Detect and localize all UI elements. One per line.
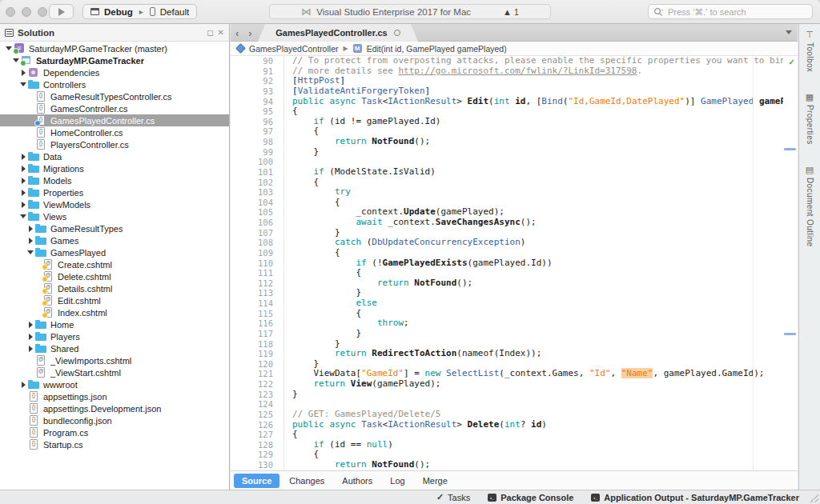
tree-item[interactable]: Dependencies (0, 66, 229, 78)
tree-item[interactable]: wwwroot (0, 378, 229, 390)
expander-right-icon[interactable] (26, 322, 35, 328)
tree-item[interactable]: PlayersController.cs (0, 138, 229, 150)
folder-icon (35, 223, 47, 234)
tree-item-label: Games (50, 236, 78, 246)
tree-item[interactable]: Home (0, 318, 229, 330)
expander-right-icon[interactable] (26, 346, 35, 352)
tree-item-label: Details.cshtml (58, 284, 112, 294)
resize-grip[interactable] (810, 494, 818, 502)
code-health-check-icon[interactable]: ✓ (789, 58, 795, 66)
tab-modified-indicator[interactable] (394, 30, 400, 36)
tree-item[interactable]: Models (0, 174, 229, 186)
expander-right-icon[interactable] (26, 226, 35, 232)
tree-item[interactable]: Program.cs (0, 426, 229, 438)
expander-right-icon[interactable] (18, 166, 28, 172)
navigate-back-icon[interactable]: ‹ (235, 27, 239, 39)
expander-right-icon[interactable] (18, 202, 28, 208)
tree-item[interactable]: appsettings.Development.json (0, 402, 229, 414)
code-area[interactable]: // To protect from overposting attacks, … (284, 56, 783, 470)
tab-properties[interactable]: ▦ Properties (806, 93, 814, 145)
cs-icon (35, 103, 47, 114)
expander-down-icon[interactable] (26, 250, 35, 254)
tab-authors[interactable]: Authors (334, 474, 380, 488)
tree-item[interactable]: bundleconfig.json (0, 414, 229, 426)
line-number: 90 (231, 56, 283, 66)
tree-item[interactable]: GamesPlayed (0, 246, 229, 258)
tree-item[interactable]: Views (0, 210, 229, 222)
scrollbar-marker (784, 148, 796, 150)
tree-item[interactable]: Startup.cs (0, 438, 229, 450)
application-output-button[interactable]: ›_ Application Output - SaturdayMP.GameT… (591, 493, 799, 502)
razor-icon (42, 295, 54, 306)
tab-gamesplayedcontroller[interactable]: GamesPlayedController.cs (258, 24, 418, 42)
tree-item[interactable]: Controllers (0, 78, 229, 90)
tree-item[interactable]: Players (0, 330, 229, 342)
tab-changes[interactable]: Changes (281, 474, 332, 488)
minimize-button[interactable] (22, 7, 31, 17)
column-ruler (753, 56, 754, 470)
global-search[interactable] (648, 4, 813, 19)
tab-list-dropdown-icon[interactable] (786, 30, 792, 34)
warning-badge[interactable]: ▲ 1 (503, 7, 519, 17)
tree-item-label: GamesController.cs (50, 104, 128, 114)
folder-icon (28, 175, 40, 186)
tree-item[interactable]: Properties (0, 186, 229, 198)
expander-right-icon[interactable] (18, 70, 28, 76)
expander-right-icon[interactable] (26, 334, 35, 340)
tree-item[interactable]: GamesController.cs (0, 102, 229, 114)
package-console-button[interactable]: ›_ Package Console (488, 493, 573, 502)
dock-icon[interactable]: ◻ (207, 29, 213, 37)
expander-down-icon[interactable] (18, 214, 28, 218)
tree-item[interactable]: GamesPlayedController.cs (0, 114, 229, 126)
cs-icon (28, 427, 40, 438)
close-panel-icon[interactable]: ✕ (218, 29, 224, 37)
tree-item[interactable]: Delete.cshtml (0, 270, 229, 282)
breadcrumb-separator-icon: ▶ (343, 45, 348, 52)
tab-merge[interactable]: Merge (415, 474, 456, 488)
toolbox-icon: ⊤ (806, 30, 814, 39)
close-button[interactable] (6, 7, 15, 17)
configuration-selector[interactable]: Debug ▸ Default (82, 4, 197, 19)
line-number: 110 (231, 258, 283, 269)
navigate-forward-icon[interactable]: › (248, 27, 251, 39)
tree-item[interactable]: ViewModels (0, 198, 229, 210)
tab-log[interactable]: Log (382, 474, 412, 488)
tasks-button[interactable]: ✓ Tasks (436, 492, 470, 502)
debug-config-label[interactable]: Debug (104, 7, 133, 17)
expander-right-icon[interactable] (26, 238, 35, 244)
tree-item[interactable]: Edit.cshtml (0, 294, 229, 306)
tab-source[interactable]: Source (234, 474, 279, 488)
tree-item[interactable]: Data (0, 150, 229, 162)
expander-right-icon[interactable] (18, 190, 28, 196)
tab-toolbox[interactable]: ⊤ Toolbox (806, 30, 814, 72)
tree-item[interactable]: _ViewStart.cshtml (0, 366, 229, 378)
expander-right-icon[interactable] (18, 154, 28, 160)
tree-item[interactable]: GameResultTypes (0, 222, 229, 234)
zoom-button[interactable] (38, 7, 47, 17)
breadcrumb-member[interactable]: Edit(int id, GamePlayed gamePlayed) (367, 44, 507, 54)
tree-item[interactable]: Create.cshtml (0, 258, 229, 270)
tree-item[interactable]: Shared (0, 342, 229, 354)
code-editor[interactable]: 9091929394959697989910010110210310410510… (231, 56, 798, 470)
tree-item[interactable]: HomeController.cs (0, 126, 229, 138)
tree-item[interactable]: Index.cshtml (0, 306, 229, 318)
breadcrumb-class[interactable]: GamesPlayedController (249, 44, 338, 54)
tab-document-outline[interactable]: ▤ Document Outline (806, 166, 814, 246)
chevron-right-icon: ▸ (139, 7, 143, 16)
line-number: 121 (231, 369, 283, 379)
tree-item[interactable]: appsettings.json (0, 390, 229, 402)
tree-item-label: GamesPlayedController.cs (50, 116, 155, 126)
tree-item[interactable]: Details.cshtml (0, 282, 229, 294)
tree-item[interactable]: _ViewImports.cshtml (0, 354, 229, 366)
tree-item[interactable]: SaturdayMP.GameTracker (0, 54, 229, 66)
expander-right-icon[interactable] (18, 178, 28, 184)
tree-item[interactable]: Migrations (0, 162, 229, 174)
tree-item[interactable]: GameResultTypesController.cs (0, 90, 229, 102)
expander-down-icon[interactable] (18, 82, 28, 86)
tree-item[interactable]: SaturdayMP.GameTracker (master) (0, 42, 229, 54)
search-input[interactable] (666, 6, 807, 18)
tree-item[interactable]: Games (0, 234, 229, 246)
device-label[interactable]: Default (160, 7, 189, 17)
run-button[interactable] (49, 4, 74, 19)
expander-right-icon[interactable] (18, 382, 28, 388)
